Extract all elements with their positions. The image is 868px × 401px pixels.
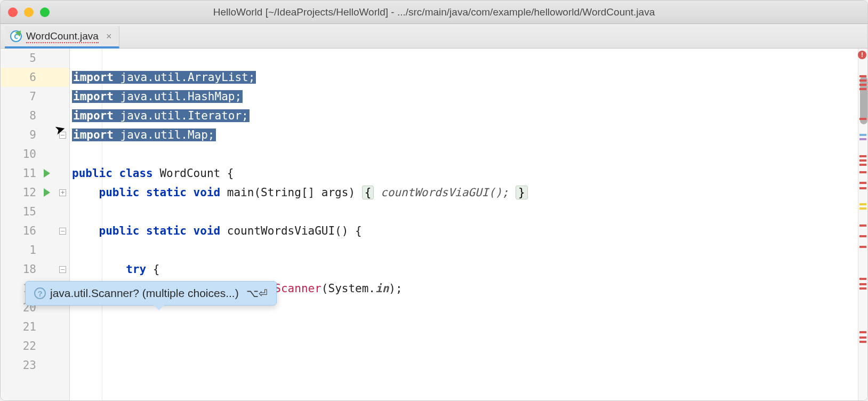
error-marker[interactable]	[859, 182, 866, 184]
error-marker[interactable]	[859, 75, 866, 77]
editor-tab-bar: C WordCount.java ×	[1, 24, 867, 49]
code-line: import java.util.Iterator;	[70, 106, 858, 125]
error-stripe[interactable]: !	[858, 49, 867, 400]
error-marker[interactable]	[859, 283, 866, 285]
warning-marker[interactable]	[859, 207, 866, 210]
line-number: 1	[1, 240, 69, 260]
code-line	[70, 336, 858, 356]
code-line	[70, 240, 858, 260]
code-line: public static void countWordsViaGUI() {	[70, 221, 858, 240]
window-titlebar: HelloWorld [~/IdeaProjects/HelloWorld] -…	[1, 1, 867, 24]
code-line: import java.util.ArrayList;	[70, 68, 858, 87]
code-line: try {	[70, 260, 858, 279]
line-number: 10	[1, 145, 69, 164]
line-number: 5	[1, 49, 69, 68]
editor-tab[interactable]: C WordCount.java ×	[5, 26, 119, 49]
error-marker[interactable]	[859, 118, 866, 120]
error-marker[interactable]	[859, 187, 866, 189]
minimize-window-button[interactable]	[24, 7, 34, 17]
code-editor[interactable]: import java.util.ArrayList; import java.…	[70, 49, 858, 400]
error-marker[interactable]	[859, 336, 866, 339]
line-number: 21	[1, 317, 69, 336]
hint-shortcut: ⌥⏎	[246, 287, 268, 300]
line-number: 7	[1, 87, 69, 106]
fold-toggle-icon[interactable]: –	[59, 228, 66, 235]
code-line	[70, 317, 858, 336]
line-number: 22	[1, 336, 69, 356]
line-number: 16–	[1, 221, 69, 240]
gutter[interactable]: 5 6 7 8 9– 10 11 12+ 15 16– 1 18– 19 20 …	[1, 49, 70, 400]
line-number: 11	[1, 164, 69, 183]
error-marker[interactable]	[859, 155, 866, 157]
intention-hint-popup[interactable]: ? java.util.Scanner? (multiple choices..…	[25, 281, 277, 306]
window-title: HelloWorld [~/IdeaProjects/HelloWorld] -…	[8, 6, 860, 18]
info-marker[interactable]	[859, 138, 866, 140]
fold-toggle-icon[interactable]: +	[59, 189, 66, 196]
line-number: 12+	[1, 183, 69, 202]
error-marker[interactable]	[859, 224, 866, 227]
error-marker[interactable]	[859, 246, 866, 248]
error-marker[interactable]	[859, 341, 866, 343]
question-icon: ?	[34, 287, 46, 299]
fold-toggle-icon[interactable]: –	[59, 266, 66, 273]
analysis-error-icon[interactable]: !	[858, 51, 866, 59]
line-number: 23	[1, 356, 69, 375]
editor-area: 5 6 7 8 9– 10 11 12+ 15 16– 1 18– 19 20 …	[1, 49, 867, 400]
code-line	[70, 202, 858, 221]
error-marker[interactable]	[859, 84, 866, 86]
error-marker[interactable]	[859, 171, 866, 173]
code-line	[70, 49, 858, 68]
code-line: import java.util.HashMap;	[70, 87, 858, 106]
code-line: import java.util.Map;	[70, 125, 858, 145]
error-marker[interactable]	[859, 79, 866, 82]
hint-text: java.util.Scanner? (multiple choices...)	[50, 287, 239, 300]
run-gutter-icon[interactable]	[44, 188, 50, 197]
run-gutter-icon[interactable]	[44, 169, 50, 178]
traffic-lights	[8, 7, 50, 17]
error-marker[interactable]	[859, 331, 866, 333]
tab-filename: WordCount.java	[26, 30, 99, 42]
line-number: 15	[1, 202, 69, 221]
java-class-icon: C	[10, 30, 22, 42]
error-marker[interactable]	[859, 287, 866, 290]
error-marker[interactable]	[859, 159, 866, 162]
error-marker[interactable]	[859, 278, 866, 280]
error-marker[interactable]	[859, 235, 866, 237]
code-line	[70, 356, 858, 375]
maximize-window-button[interactable]	[40, 7, 50, 17]
code-line: public static void main(String[] args) {…	[70, 183, 858, 202]
error-marker[interactable]	[859, 88, 866, 90]
close-window-button[interactable]	[8, 7, 18, 17]
info-marker[interactable]	[859, 134, 866, 136]
code-line	[70, 145, 858, 164]
tab-close-button[interactable]: ×	[106, 31, 112, 42]
error-marker[interactable]	[859, 164, 866, 166]
line-number: 6	[1, 68, 69, 87]
code-line: public class WordCount {	[70, 164, 858, 183]
warning-marker[interactable]	[859, 203, 866, 205]
line-number: 18–	[1, 260, 69, 279]
